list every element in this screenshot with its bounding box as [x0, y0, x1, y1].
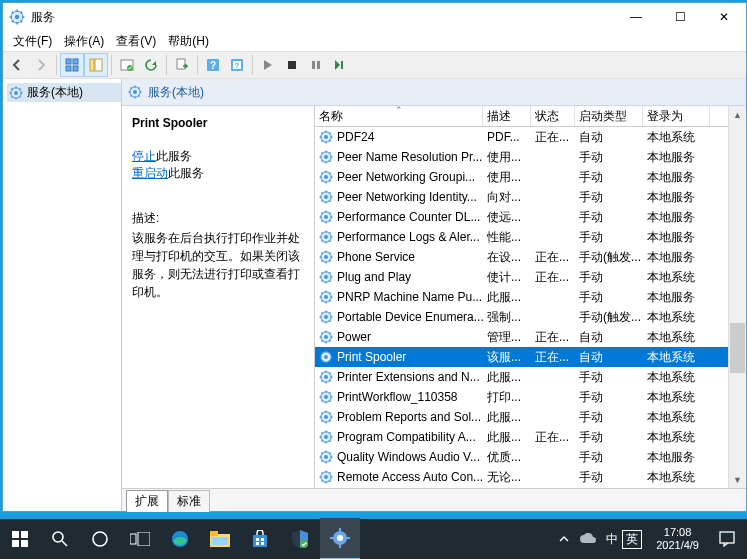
svg-rect-11	[73, 59, 78, 64]
tree-root-label: 服务(本地)	[27, 84, 83, 101]
tree-root-services[interactable]: 服务(本地)	[7, 83, 121, 102]
desc-label: 描述:	[132, 210, 306, 227]
col-startup[interactable]: 启动类型	[575, 106, 643, 126]
properties-button[interactable]	[115, 53, 139, 77]
security-icon[interactable]	[280, 519, 320, 559]
clock-date: 2021/4/9	[656, 539, 699, 552]
taskbar-clock[interactable]: 17:08 2021/4/9	[648, 526, 707, 552]
restart-service-button[interactable]	[328, 53, 352, 77]
maximize-button[interactable]: ☐	[658, 3, 702, 31]
export-button[interactable]	[170, 53, 194, 77]
stop-service-link[interactable]: 停止	[132, 149, 156, 163]
onedrive-tray-icon[interactable]	[576, 519, 600, 559]
cortana-button[interactable]	[80, 519, 120, 559]
help-button[interactable]: ?	[201, 53, 225, 77]
tray-chevron-icon[interactable]	[552, 519, 576, 559]
svg-rect-44	[256, 542, 259, 545]
menu-help[interactable]: 帮助(H)	[162, 31, 215, 52]
start-button[interactable]	[0, 519, 40, 559]
service-row[interactable]: Print Spooler该服...正在...自动本地系统	[315, 347, 746, 367]
search-button[interactable]	[40, 519, 80, 559]
tree-pane: 服务(本地)	[3, 79, 122, 511]
col-desc[interactable]: 描述	[483, 106, 531, 126]
edge-icon[interactable]	[160, 519, 200, 559]
service-row[interactable]: PrintWorkflow_110358打印...手动本地系统	[315, 387, 746, 407]
desc-text: 该服务在后台执行打印作业并处理与打印机的交互。如果关闭该服务，则无法进行打印或查…	[132, 229, 306, 301]
menu-file[interactable]: 文件(F)	[7, 31, 58, 52]
ime-region: 中	[606, 531, 618, 548]
clock-time: 17:08	[656, 526, 699, 539]
stop-service-button[interactable]	[280, 53, 304, 77]
scroll-up-button[interactable]: ▲	[729, 106, 746, 123]
svg-point-34	[93, 532, 107, 546]
help2-button[interactable]: ?	[225, 53, 249, 77]
col-name[interactable]: ⌃名称	[315, 106, 483, 126]
service-row[interactable]: PNRP Machine Name Pu...此服...手动本地服务	[315, 287, 746, 307]
restart-service-link[interactable]: 重启动	[132, 166, 168, 180]
service-row[interactable]: Problem Reports and Sol...此服...手动本地系统	[315, 407, 746, 427]
service-row[interactable]: Portable Device Enumera...强制...手动(触发...本…	[315, 307, 746, 327]
nav-forward-button[interactable]	[29, 53, 53, 77]
service-row[interactable]: PDF24PDF...正在...自动本地系统	[315, 127, 746, 147]
tab-extended[interactable]: 扩展	[126, 490, 168, 512]
close-button[interactable]: ✕	[702, 3, 746, 31]
right-header-label: 服务(本地)	[148, 84, 204, 101]
view-tabs: 扩展 标准	[122, 488, 746, 511]
svg-rect-28	[12, 531, 19, 538]
view-detail-button[interactable]	[84, 53, 108, 77]
vertical-scrollbar[interactable]: ▲ ▼	[728, 106, 746, 488]
svg-rect-14	[90, 59, 94, 71]
pause-service-button[interactable]	[304, 53, 328, 77]
service-row[interactable]: Peer Name Resolution Pr...使用...手动本地服务	[315, 147, 746, 167]
explorer-icon[interactable]	[200, 519, 240, 559]
service-row[interactable]: Performance Logs & Aler...性能...手动本地服务	[315, 227, 746, 247]
start-service-button[interactable]	[256, 53, 280, 77]
service-row[interactable]: Printer Extensions and N...此服...手动本地系统	[315, 367, 746, 387]
svg-line-33	[62, 541, 67, 546]
taskview-button[interactable]	[120, 519, 160, 559]
svg-rect-39	[210, 531, 218, 536]
store-icon[interactable]	[240, 519, 280, 559]
ime-indicator[interactable]: 中 英	[600, 530, 648, 549]
right-header: 服务(本地)	[122, 79, 746, 106]
svg-rect-53	[720, 532, 734, 543]
notifications-button[interactable]	[707, 530, 747, 548]
view-large-button[interactable]	[60, 53, 84, 77]
menubar: 文件(F) 操作(A) 查看(V) 帮助(H)	[3, 31, 746, 51]
service-row[interactable]: Power管理...正在...自动本地系统	[315, 327, 746, 347]
titlebar[interactable]: 服务 — ☐ ✕	[3, 3, 746, 31]
service-row[interactable]: Performance Counter DL...使远...手动本地服务	[315, 207, 746, 227]
column-headers: ⌃名称 描述 状态 启动类型 登录为	[315, 106, 746, 127]
menu-view[interactable]: 查看(V)	[110, 31, 162, 52]
service-row[interactable]: Remote Access Auto Con...无论...手动本地系统	[315, 467, 746, 487]
svg-rect-24	[288, 61, 296, 69]
service-row[interactable]: Plug and Play使计...正在...手动本地系统	[315, 267, 746, 287]
service-row[interactable]: Peer Networking Groupi...使用...手动本地服务	[315, 167, 746, 187]
stop-suffix: 此服务	[156, 149, 192, 163]
scroll-thumb[interactable]	[730, 323, 745, 373]
restart-suffix: 此服务	[168, 166, 204, 180]
window-title: 服务	[31, 9, 614, 26]
svg-rect-43	[261, 538, 264, 541]
svg-rect-12	[66, 66, 71, 71]
ime-lang: 英	[622, 530, 642, 549]
svg-rect-25	[312, 61, 315, 69]
svg-rect-29	[21, 531, 28, 538]
minimize-button[interactable]: —	[614, 3, 658, 31]
service-row[interactable]: Quality Windows Audio V...优质...手动本地服务	[315, 447, 746, 467]
menu-action[interactable]: 操作(A)	[58, 31, 110, 52]
col-logon[interactable]: 登录为	[643, 106, 710, 126]
svg-rect-10	[66, 59, 71, 64]
service-row[interactable]: Program Compatibility A...此服...正在...手动本地…	[315, 427, 746, 447]
detail-service-name: Print Spooler	[132, 116, 306, 130]
refresh-button[interactable]	[139, 53, 163, 77]
service-row[interactable]: Phone Service在设...正在...手动(触发...本地服务	[315, 247, 746, 267]
svg-point-46	[300, 540, 308, 548]
tab-standard[interactable]: 标准	[168, 490, 210, 512]
service-row[interactable]: Peer Networking Identity...向对...手动本地服务	[315, 187, 746, 207]
nav-back-button[interactable]	[5, 53, 29, 77]
col-status[interactable]: 状态	[531, 106, 575, 126]
scroll-down-button[interactable]: ▼	[729, 471, 746, 488]
svg-rect-26	[317, 61, 320, 69]
services-taskbar-icon[interactable]	[320, 518, 360, 559]
